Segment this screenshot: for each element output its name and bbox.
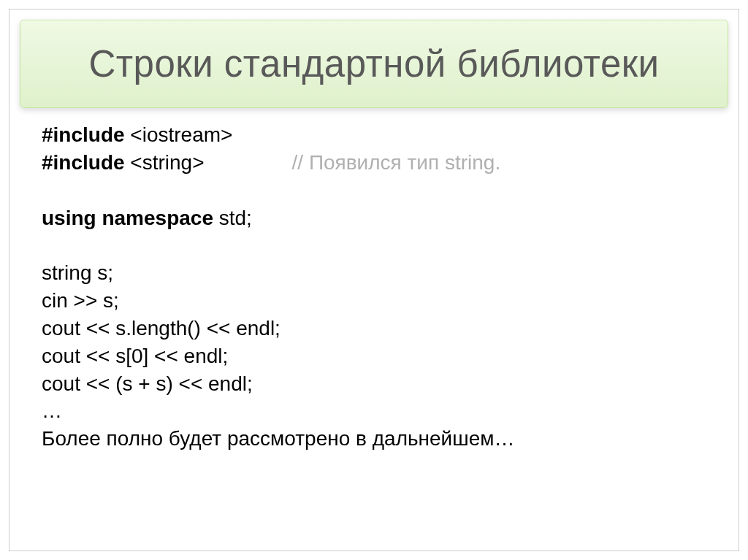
code-line-9: … [42, 397, 706, 425]
code-line-7: cout << s[0] << endl; [42, 342, 706, 370]
slide-content: #include <iostream> #include <string>// … [9, 121, 739, 453]
code-line-4: string s; [42, 259, 706, 287]
code-text-1: <iostream> [125, 123, 233, 146]
code-line-10: Более полно будет рассмотрено в дальнейш… [42, 425, 706, 453]
code-line-5: cin >> s; [42, 287, 706, 315]
code-text-3: std; [213, 207, 252, 229]
title-box: Строки стандартной библиотеки [20, 20, 728, 108]
code-text-2: <string> [125, 151, 205, 174]
keyword-using: using namespace [42, 207, 213, 229]
code-comment: // Появился тип string. [292, 151, 501, 174]
keyword-include-1: #include [42, 123, 125, 146]
code-line-6: cout << s.length() << endl; [42, 315, 706, 342]
code-line-8: cout << (s + s) << endl; [42, 370, 706, 398]
slide-container: Строки стандартной библиотеки #include <… [9, 9, 739, 551]
code-line-2: #include <string>// Появился тип string. [42, 149, 706, 177]
keyword-include-2: #include [42, 151, 125, 174]
code-line-1: #include <iostream> [42, 121, 706, 149]
slide-title: Строки стандартной библиотеки [35, 42, 713, 85]
code-line-3: using namespace std; [42, 204, 706, 232]
